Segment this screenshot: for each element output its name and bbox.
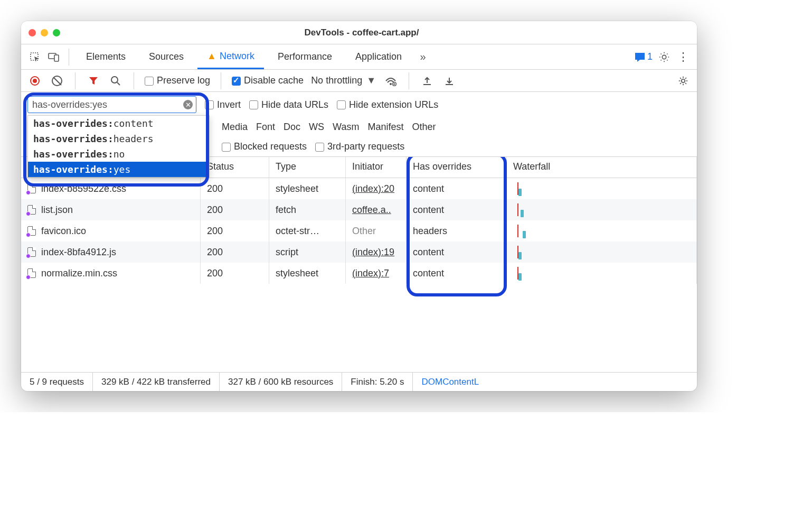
- type-filter-ws[interactable]: WS: [309, 122, 324, 133]
- svg-point-6: [390, 83, 392, 85]
- table-row[interactable]: favicon.ico200octet-str…Otherheaders: [21, 220, 697, 242]
- cell-overrides: content: [407, 178, 507, 199]
- download-har-icon[interactable]: [442, 73, 457, 88]
- status-dcl: DOMContentL: [413, 373, 487, 391]
- third-party-toggle[interactable]: 3rd-party requests: [315, 141, 404, 152]
- autocomplete-option[interactable]: has-overrides:yes: [28, 162, 209, 177]
- table-row[interactable]: normalize.min.css200stylesheet(index):7c…: [21, 263, 697, 284]
- tab-sources[interactable]: Sources: [139, 44, 193, 69]
- type-filter-wasm[interactable]: Wasm: [333, 122, 359, 133]
- settings-icon[interactable]: [657, 50, 672, 64]
- close-window-button[interactable]: [29, 29, 36, 36]
- traffic-lights: [29, 29, 60, 36]
- cell-type: fetch: [269, 199, 346, 220]
- filter-input-wrap[interactable]: ✕: [27, 96, 196, 113]
- cell-initiator[interactable]: coffee.a..: [346, 199, 407, 220]
- hide-extension-urls-toggle[interactable]: Hide extension URLs: [337, 99, 438, 110]
- cell-overrides: content: [407, 242, 507, 263]
- table-row[interactable]: index-b859522e.css200stylesheet(index):2…: [21, 178, 697, 199]
- autocomplete-option[interactable]: has-overrides:no: [28, 146, 209, 162]
- kebab-menu-icon[interactable]: ⋮: [676, 50, 691, 64]
- network-toolbar: Preserve log Disable cache No throttling…: [21, 70, 697, 92]
- network-grid: Name Status Type Initiator Has overrides…: [21, 157, 697, 372]
- status-transferred: 329 kB / 422 kB transferred: [93, 373, 220, 391]
- cell-overrides: headers: [407, 220, 507, 242]
- type-filter-other[interactable]: Other: [412, 122, 436, 133]
- inspect-icon[interactable]: [27, 50, 42, 64]
- record-button[interactable]: [27, 73, 42, 88]
- throttling-select[interactable]: No throttling ▼: [311, 75, 376, 86]
- table-row[interactable]: index-8bfa4912.js200script(index):19cont…: [21, 242, 697, 263]
- type-filter-media[interactable]: Media: [222, 122, 248, 133]
- search-icon[interactable]: [108, 73, 123, 88]
- svg-rect-2: [54, 55, 59, 61]
- column-header-type[interactable]: Type: [269, 157, 346, 178]
- messages-count: 1: [647, 51, 653, 62]
- type-filter-manifest[interactable]: Manifest: [367, 122, 403, 133]
- cell-status: 200: [201, 263, 269, 284]
- clear-filter-icon[interactable]: ✕: [183, 100, 193, 109]
- device-toggle-icon[interactable]: [46, 50, 61, 64]
- tab-network-label: Network: [220, 51, 254, 62]
- cell-waterfall: [507, 242, 697, 263]
- status-finish: Finish: 5.20 s: [342, 373, 413, 391]
- file-icon: [27, 184, 36, 193]
- cell-initiator[interactable]: (index):20: [346, 178, 407, 199]
- network-settings-icon[interactable]: [676, 73, 691, 88]
- file-icon: [27, 268, 36, 278]
- cell-name: index-b859522e.css: [41, 183, 126, 194]
- network-conditions-icon[interactable]: [383, 73, 398, 88]
- clear-button[interactable]: [50, 73, 64, 88]
- cell-status: 200: [201, 199, 269, 220]
- column-header-status[interactable]: Status: [201, 157, 269, 178]
- column-header-overrides[interactable]: Has overrides: [407, 157, 507, 178]
- hide-data-urls-toggle[interactable]: Hide data URLs: [249, 99, 328, 110]
- svg-rect-3: [635, 53, 645, 60]
- tab-performance[interactable]: Performance: [268, 44, 342, 69]
- cell-type: octet-str…: [269, 220, 346, 242]
- window-title: DevTools - coffee-cart.app/: [60, 27, 663, 38]
- cell-status: 200: [201, 242, 269, 263]
- more-tabs-button[interactable]: »: [416, 50, 430, 64]
- cell-status: 200: [201, 220, 269, 242]
- autocomplete-option[interactable]: has-overrides:content: [28, 116, 209, 131]
- cell-name: favicon.ico: [41, 226, 86, 237]
- cell-type: stylesheet: [269, 178, 346, 199]
- cell-waterfall: [507, 263, 697, 284]
- blocked-requests-toggle[interactable]: Blocked requests: [222, 141, 307, 152]
- cell-name: normalize.min.css: [41, 268, 117, 279]
- type-filter-font[interactable]: Font: [256, 122, 275, 133]
- tab-elements[interactable]: Elements: [77, 44, 135, 69]
- devtools-window: DevTools - coffee-cart.app/ Elements Sou…: [21, 21, 697, 391]
- preserve-log-toggle[interactable]: Preserve log: [145, 75, 210, 86]
- cell-waterfall: [507, 199, 697, 220]
- tab-application[interactable]: Application: [346, 44, 411, 69]
- type-filter-doc[interactable]: Doc: [284, 122, 300, 133]
- svg-line-5: [117, 82, 120, 85]
- table-row[interactable]: list.json200fetchcoffee.a..content: [21, 199, 697, 220]
- filters-area: ✕ Invert Hide data URLs Hide extension U…: [21, 92, 697, 157]
- tab-network[interactable]: ▲ Network: [197, 44, 264, 69]
- message-icon: [635, 52, 645, 62]
- cell-overrides: content: [407, 199, 507, 220]
- cell-initiator[interactable]: (index):19: [346, 242, 407, 263]
- filter-input[interactable]: [31, 99, 183, 111]
- messages-badge[interactable]: 1: [635, 51, 653, 62]
- autocomplete-option[interactable]: has-overrides:headers: [28, 131, 209, 146]
- file-icon: [27, 247, 36, 257]
- column-header-waterfall[interactable]: Waterfall: [507, 157, 697, 178]
- disable-cache-toggle[interactable]: Disable cache: [232, 75, 304, 86]
- filter-toggle-icon[interactable]: [86, 73, 101, 88]
- status-bar: 5 / 9 requests 329 kB / 422 kB transferr…: [21, 372, 697, 391]
- upload-har-icon[interactable]: [420, 73, 435, 88]
- maximize-window-button[interactable]: [53, 29, 60, 36]
- minimize-window-button[interactable]: [41, 29, 48, 36]
- invert-toggle[interactable]: Invert: [205, 99, 241, 110]
- warning-icon: ▲: [207, 51, 216, 62]
- cell-overrides: content: [407, 263, 507, 284]
- cell-initiator[interactable]: (index):7: [346, 263, 407, 284]
- cell-initiator: Other: [346, 220, 407, 242]
- cell-waterfall: [507, 178, 697, 199]
- cell-waterfall: [507, 220, 697, 242]
- column-header-initiator[interactable]: Initiator: [346, 157, 407, 178]
